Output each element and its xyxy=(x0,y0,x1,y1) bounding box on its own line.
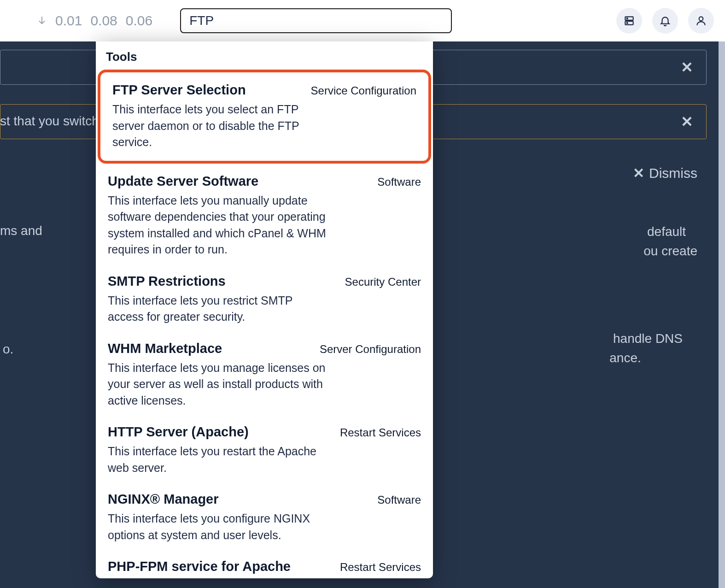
svg-point-4 xyxy=(699,17,703,21)
result-ftp-server-selection[interactable]: FTP Server Selection Service Configurati… xyxy=(98,70,431,164)
result-category: Service Configuration xyxy=(311,84,416,97)
user-icon[interactable] xyxy=(688,8,714,34)
bg-text-fragment: handle DNS ance. xyxy=(609,329,683,368)
bell-icon[interactable] xyxy=(652,8,678,34)
result-http-server-apache[interactable]: HTTP Server (Apache) Restart Services Th… xyxy=(96,417,433,484)
bg-text-fragment: default ou create xyxy=(643,222,697,261)
result-php-fpm-apache[interactable]: PHP-FPM service for Apache Restart Servi… xyxy=(96,552,433,578)
search-container xyxy=(180,8,452,33)
result-description: This interface lets you restart the Apac… xyxy=(108,443,329,476)
result-description: This interface lets you restart the PHP-… xyxy=(108,578,329,578)
load-value-1: 0.01 xyxy=(55,13,82,29)
result-title: NGINX® Manager xyxy=(108,492,368,507)
result-title: Update Server Software xyxy=(108,174,368,189)
load-value-3: 0.06 xyxy=(126,13,152,29)
result-description: This interface lets you configure NGINX … xyxy=(108,511,329,543)
result-category: Server Configuration xyxy=(320,343,421,356)
result-title: FTP Server Selection xyxy=(112,82,302,98)
result-category: Restart Services xyxy=(340,561,421,574)
search-results-dropdown: Tools FTP Server Selection Service Confi… xyxy=(96,41,433,578)
search-input[interactable] xyxy=(180,8,452,33)
result-description: This interface lets you manually update … xyxy=(108,193,329,258)
result-smtp-restrictions[interactable]: SMTP Restrictions Security Center This i… xyxy=(96,266,433,334)
server-icon[interactable] xyxy=(616,8,642,34)
scrollbar[interactable] xyxy=(719,41,725,588)
bg-text-fragment: ms and xyxy=(0,223,42,238)
result-category: Software xyxy=(377,494,421,506)
result-title: WHM Marketplace xyxy=(108,341,310,356)
result-description: This interface lets you select an FTP se… xyxy=(112,101,333,151)
top-bar: 0.01 0.08 0.06 xyxy=(0,0,725,41)
result-category: Software xyxy=(377,176,421,188)
svg-point-3 xyxy=(627,23,628,24)
top-icon-group xyxy=(616,8,714,34)
result-nginx-manager[interactable]: NGINX® Manager Software This interface l… xyxy=(96,484,433,552)
result-category: Security Center xyxy=(345,276,421,288)
results-section-heading: Tools xyxy=(96,50,433,70)
svg-point-2 xyxy=(627,18,628,19)
result-title: SMTP Restrictions xyxy=(108,274,336,289)
result-update-server-software[interactable]: Update Server Software Software This int… xyxy=(96,166,433,266)
result-category: Restart Services xyxy=(340,426,421,439)
system-load: 0.01 0.08 0.06 xyxy=(37,13,152,29)
load-value-2: 0.08 xyxy=(90,13,117,29)
bg-text-fragment: o. xyxy=(3,342,13,357)
result-title: PHP-FPM service for Apache xyxy=(108,559,331,574)
arrow-down-icon xyxy=(37,13,47,29)
result-description: This interface lets you manage licenses … xyxy=(108,360,329,409)
result-whm-marketplace[interactable]: WHM Marketplace Server Configuration Thi… xyxy=(96,334,433,417)
result-title: HTTP Server (Apache) xyxy=(108,424,331,440)
result-description: This interface lets you restrict SMTP ac… xyxy=(108,293,329,325)
